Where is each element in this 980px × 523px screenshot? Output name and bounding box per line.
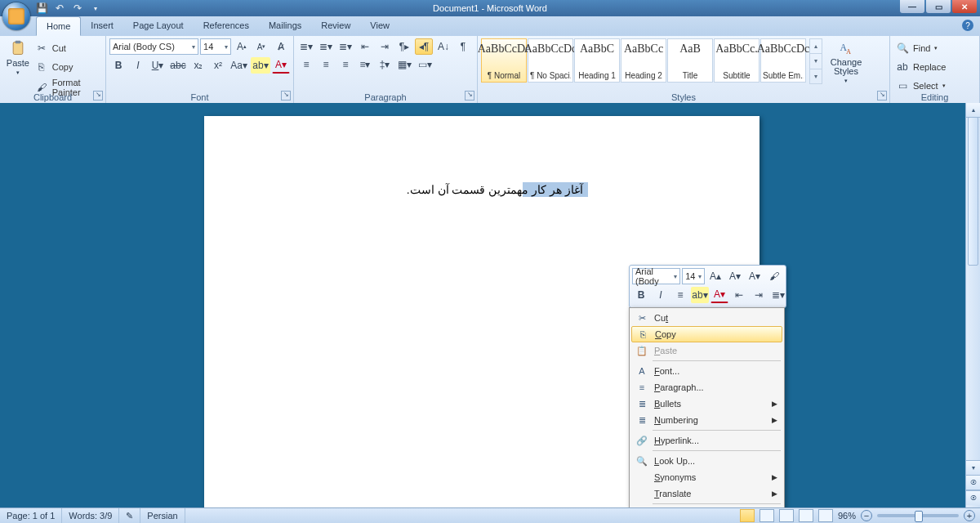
mini-font-color[interactable]: A▾ [710,286,728,303]
mini-bullets[interactable]: ≣▾ [769,287,787,303]
office-button[interactable] [2,2,30,30]
style-subtitle[interactable]: AaBbCc.Subtitle [714,38,760,83]
scroll-thumb[interactable] [968,117,978,266]
mini-format-painter[interactable]: 🖌 [765,268,783,284]
minimize-button[interactable]: — [900,0,924,13]
style---no-spaci---[interactable]: AaBbCcDc¶ No Spaci... [528,38,573,83]
superscript-button[interactable]: x² [209,57,227,74]
mini-bold[interactable]: B [632,287,650,303]
font-size-combo[interactable]: 14▾ [200,38,231,55]
mini-increase-indent[interactable]: ⇥ [750,287,768,303]
context-translate[interactable]: Translate▶ [631,485,782,502]
mini-italic[interactable]: I [652,287,670,303]
mini-styles[interactable]: A▾ [746,268,764,284]
context-bullets[interactable]: ≣Bullets▶ [631,396,782,412]
view-print-layout[interactable] [740,509,755,522]
zoom-slider[interactable] [877,514,959,517]
view-draft[interactable] [818,509,833,522]
status-words[interactable]: Words: 3/9 [62,508,119,523]
show-marks-button[interactable]: ¶ [454,38,472,55]
zoom-thumb[interactable] [915,511,923,522]
mini-decrease-indent[interactable]: ⇤ [730,287,748,303]
context-copy[interactable]: ⎘Copy [631,326,782,342]
font-color-button[interactable]: A▾ [272,56,290,74]
close-button[interactable]: ✕ [952,0,977,13]
shading-button[interactable]: ▦▾ [395,56,414,73]
multilevel-button[interactable]: ≣▾ [336,38,354,55]
context-numbering[interactable]: ≣Numbering▶ [631,412,782,428]
strike-button[interactable]: abc [168,57,188,74]
view-web-layout[interactable] [779,509,794,522]
zoom-level[interactable]: 96% [838,511,856,521]
context-hyperlink[interactable]: 🔗Hyperlink... [631,432,782,449]
view-full-screen[interactable] [760,509,774,522]
context-paragraph[interactable]: ≡Paragraph... [631,379,782,396]
change-case-button[interactable]: Aa▾ [229,57,249,74]
status-page[interactable]: Page: 1 of 1 [0,508,62,523]
decrease-indent-button[interactable]: ⇤ [356,38,374,55]
save-icon[interactable]: 💾 [36,2,47,14]
zoom-in-button[interactable]: + [964,510,975,521]
style-subtle-em---[interactable]: AaBbCcDcSubtle Em... [760,38,806,83]
align-right-button[interactable]: ≡ [336,56,354,73]
clipboard-dialog-launcher[interactable]: ↘ [93,91,103,101]
underline-button[interactable]: U▾ [149,57,167,74]
help-icon[interactable]: ? [962,20,973,31]
redo-icon[interactable]: ↷ [72,2,83,14]
styles-dialog-launcher[interactable]: ↘ [877,91,887,101]
context-synonyms[interactable]: Synonyms▶ [631,469,782,485]
mini-font-combo[interactable]: Arial (Body▾ [632,268,680,284]
justify-button[interactable]: ≡▾ [356,56,374,73]
scroll-down-icon[interactable]: ▾ [966,460,980,476]
next-page-icon[interactable]: ⦿ [966,490,980,505]
bullets-button[interactable]: ≣▾ [297,38,315,55]
style-heading-1[interactable]: AaBbCHeading 1 [574,38,620,83]
line-spacing-button[interactable]: ‡▾ [376,56,394,73]
paste-button[interactable]: Paste ▾ [3,38,33,89]
context-cut[interactable]: ✂Cut [631,310,782,326]
style-nav[interactable]: ▴▾▾ [809,38,822,84]
tab-mailings[interactable]: Mailings [259,16,311,36]
align-left-button[interactable]: ≡ [297,56,315,73]
qat-customize-icon[interactable]: ▾ [90,2,101,14]
zoom-out-button[interactable]: − [861,510,872,521]
style-heading-2[interactable]: AaBbCcHeading 2 [621,38,666,83]
tab-view[interactable]: View [360,16,399,36]
scroll-up-icon[interactable]: ▴ [966,103,980,118]
rtl-button[interactable]: ◂¶ [415,38,433,55]
mini-shrink-font[interactable]: A▾ [726,268,744,284]
numbering-button[interactable]: ≣▾ [317,38,335,55]
mini-grow-font[interactable]: A▴ [706,268,724,284]
font-dialog-launcher[interactable]: ↘ [281,91,291,101]
ltr-button[interactable]: ¶▸ [395,38,413,55]
vertical-scrollbar[interactable]: ▴ ▾ ⦿ ⦿ [965,103,980,508]
status-language[interactable]: Persian [140,508,185,523]
cut-button[interactable]: ✂Cut [33,40,102,56]
maximize-button[interactable]: ▭ [926,0,951,13]
find-button[interactable]: 🔍Find▾ [893,40,976,56]
mini-highlight[interactable]: ab▾ [691,287,709,303]
undo-icon[interactable]: ↶ [54,2,65,14]
italic-button[interactable]: I [129,57,147,74]
tab-review[interactable]: Review [311,16,360,36]
change-styles-button[interactable]: AA Change Styles▾ [826,38,866,86]
borders-button[interactable]: ▭▾ [416,56,434,73]
style---normal[interactable]: AaBbCcDc¶ Normal [481,38,527,83]
prev-page-icon[interactable]: ⦿ [966,475,980,490]
tab-references[interactable]: References [194,16,259,36]
context-font[interactable]: AFont... [631,363,782,379]
mini-align[interactable]: ≡ [671,287,689,303]
mini-size-combo[interactable]: 14▾ [682,268,705,284]
bold-button[interactable]: B [109,57,127,74]
shrink-font-button[interactable]: A▾ [252,38,270,55]
status-proofing-icon[interactable]: ✎ [119,508,140,523]
increase-indent-button[interactable]: ⇥ [376,38,394,55]
tab-insert[interactable]: Insert [81,16,123,36]
style-title[interactable]: AaBTitle [667,38,713,83]
paragraph-dialog-launcher[interactable]: ↘ [465,91,474,101]
subscript-button[interactable]: x₂ [189,57,207,74]
select-button[interactable]: ▭Select▾ [893,78,976,94]
highlight-button[interactable]: ab▾ [251,57,270,74]
font-name-combo[interactable]: Arial (Body CS)▾ [109,38,198,55]
context-lookup[interactable]: 🔍Look Up... [631,453,782,469]
